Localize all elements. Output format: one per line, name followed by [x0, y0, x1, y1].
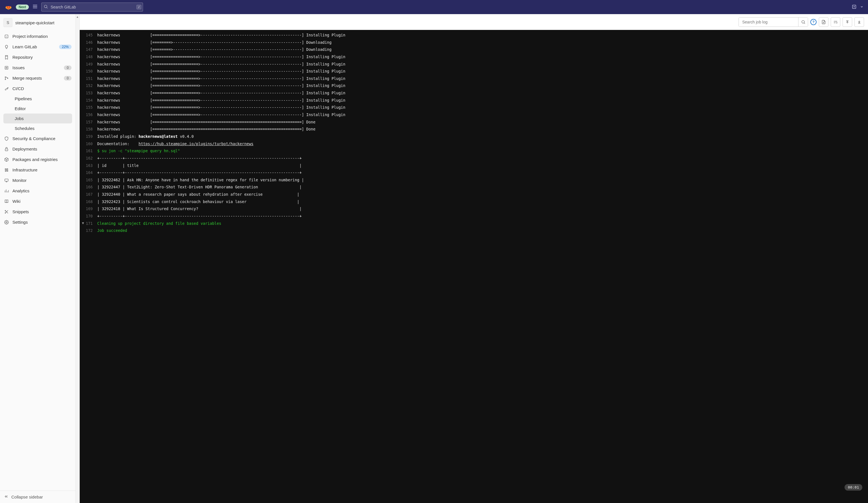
job-toolbar: ? — [80, 14, 868, 30]
sidebar-subitem-jobs[interactable]: Jobs — [3, 114, 72, 123]
log-text: Installed plugin: hackernews@latest v0.4… — [97, 133, 868, 140]
log-line: 164+----------+-------------------------… — [80, 169, 868, 177]
sidebar-item-label: Monitor — [12, 178, 72, 183]
log-line: 145hackernews [====================>----… — [80, 32, 868, 39]
project-avatar: S — [3, 18, 12, 27]
sidebar-item-wiki[interactable]: Wiki — [0, 196, 75, 207]
sidebar-item-merge-requests[interactable]: Merge requests0 — [0, 73, 75, 83]
line-number: 145 — [80, 32, 97, 39]
scroll-to-bottom-button[interactable] — [855, 17, 864, 27]
log-line: 146hackernews [========>----------------… — [80, 39, 868, 46]
sidebar-item-issues[interactable]: Issues0 — [0, 62, 75, 73]
sidebar-item-analytics[interactable]: Analytics — [0, 186, 75, 196]
sidebar-item-deployments[interactable]: Deployments — [0, 144, 75, 154]
log-line: 147hackernews [========>----------------… — [80, 46, 868, 53]
search-shortcut-hint: / — [136, 5, 141, 9]
log-text: hackernews [========>-------------------… — [97, 46, 868, 53]
log-text: | 32922447 | Text2Light: Zero-Shot Text-… — [97, 184, 868, 191]
sidebar-item-packages-and-registries[interactable]: Packages and registries — [0, 154, 75, 165]
sidebar-item-monitor[interactable]: Monitor — [0, 175, 75, 186]
line-number: 152 — [80, 82, 97, 90]
gitlab-logo-icon[interactable] — [4, 3, 12, 11]
log-text: hackernews [====================>-------… — [97, 68, 868, 75]
log-text: $ su jon -c "steampipe query hn.sql" — [97, 147, 868, 155]
log-line: 156hackernews [====================>----… — [80, 111, 868, 119]
svg-point-26 — [5, 212, 6, 213]
topbar-left: Next / — [4, 2, 848, 12]
log-text: hackernews [============================… — [97, 126, 868, 133]
log-text: | 32922423 | Scientists can control cock… — [97, 198, 868, 206]
sidebar-item-security-compliance[interactable]: Security & Compliance — [0, 133, 75, 144]
chevron-down-icon[interactable] — [860, 5, 864, 9]
sidebar-subitem-pipelines[interactable]: Pipelines — [2, 94, 74, 104]
project-header[interactable]: S steampipe-quickstart — [0, 14, 75, 31]
search-icon — [43, 4, 48, 10]
line-number: 161 — [80, 147, 97, 155]
sidebar-subitem-editor[interactable]: Editor — [2, 104, 74, 114]
log-text: hackernews [====================>-------… — [97, 75, 868, 83]
job-log-search-button[interactable] — [798, 18, 808, 27]
merge-icon — [4, 76, 9, 81]
log-line: 168| 32922423 | Scientists can control c… — [80, 198, 868, 206]
log-line: 162+----------+-------------------------… — [80, 155, 868, 162]
plus-dropdown-icon[interactable] — [851, 4, 857, 10]
sidebar-item-label: Merge requests — [12, 76, 61, 81]
line-number: 163 — [80, 162, 97, 169]
svg-point-14 — [5, 76, 6, 77]
svg-rect-19 — [5, 179, 8, 181]
sidebar-item-infrastructure[interactable]: Infrastructure — [0, 165, 75, 175]
scroll-to-top-button[interactable] — [843, 17, 852, 27]
log-line: 149hackernews [====================>----… — [80, 61, 868, 68]
line-number: 159 — [80, 133, 97, 140]
bulb-icon — [4, 45, 9, 49]
scroll-wrap-button[interactable] — [831, 17, 840, 27]
global-search-input[interactable] — [41, 2, 143, 12]
line-number: 155 — [80, 104, 97, 111]
log-line: 154hackernews [====================>----… — [80, 97, 868, 104]
topbar-right — [851, 4, 864, 10]
chevron-down-icon[interactable]: ▼ — [82, 220, 84, 227]
line-number: 151 — [80, 75, 97, 83]
sidebar-item-label: Packages and registries — [12, 157, 72, 162]
main-content: ? 145hackernews [====================>--… — [80, 14, 868, 503]
global-search: / — [41, 2, 143, 12]
show-raw-button[interactable] — [819, 17, 828, 27]
log-line: 166| 32922447 | Text2Light: Zero-Shot Te… — [80, 184, 868, 191]
analytics-icon — [4, 189, 9, 193]
sidebar-badge: 0 — [64, 76, 72, 81]
line-number: 172 — [80, 227, 97, 234]
job-log-search-input[interactable] — [739, 18, 798, 27]
hamburger-menu-icon[interactable] — [32, 4, 38, 11]
sidebar-item-snippets[interactable]: Snippets — [0, 207, 75, 217]
issues-icon — [4, 65, 9, 70]
log-text: hackernews [====================>-------… — [97, 32, 868, 39]
svg-point-18 — [6, 169, 7, 170]
sidebar-item-label: Deployments — [12, 147, 72, 151]
sidebar: ▲ S steampipe-quickstart Project informa… — [0, 14, 80, 503]
svg-rect-12 — [5, 66, 8, 69]
sidebar-item-repository[interactable]: Repository — [0, 52, 75, 62]
line-number: 149 — [80, 61, 97, 68]
sidebar-scrollbar[interactable]: ▲ — [75, 14, 80, 503]
log-text: | 32922440 | What a research paper says … — [97, 191, 868, 198]
log-line: 150hackernews [====================>----… — [80, 68, 868, 75]
sidebar-subitem-schedules[interactable]: Schedules — [2, 123, 74, 133]
sidebar-item-label: Settings — [12, 220, 72, 224]
next-badge[interactable]: Next — [16, 4, 29, 10]
sidebar-item-learn-gitlab[interactable]: Learn GitLab22% — [0, 42, 75, 52]
log-line: 160Documentation: https://hub.steampipe.… — [80, 140, 868, 148]
log-line: 172Job succeeded — [80, 227, 868, 234]
line-number: 148 — [80, 53, 97, 61]
wiki-icon — [4, 199, 9, 203]
job-log[interactable]: 145hackernews [====================>----… — [80, 30, 868, 503]
sidebar-item-project-information[interactable]: Project information — [0, 31, 75, 42]
package-icon — [4, 157, 9, 162]
shield-icon — [4, 136, 9, 141]
snippets-icon — [4, 210, 9, 214]
section-timer: 00:01 — [845, 484, 862, 491]
sidebar-item-ci-cd[interactable]: CI/CD — [0, 83, 75, 94]
sidebar-item-settings[interactable]: Settings — [0, 217, 75, 227]
collapse-label: Collapse sidebar — [11, 494, 43, 499]
collapse-sidebar-button[interactable]: Collapse sidebar — [0, 491, 75, 503]
help-icon[interactable]: ? — [810, 19, 817, 25]
